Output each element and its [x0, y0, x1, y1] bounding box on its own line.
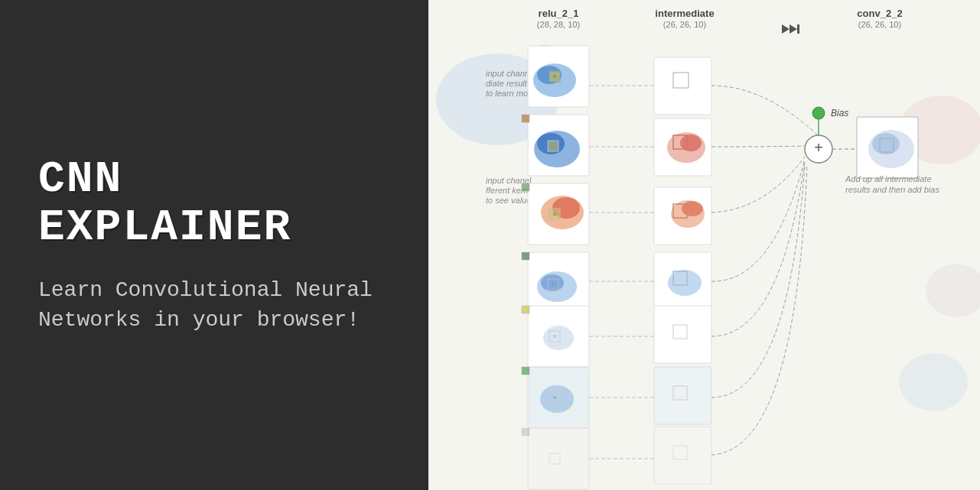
conv-layer-label: conv_2_2: [857, 8, 902, 19]
svg-point-3: [899, 353, 968, 411]
add-up-annotation-1: Add up all intermediate: [845, 174, 932, 183]
relu-layer-label: relu_2_1: [539, 8, 579, 19]
fast-forward-icon[interactable]: [782, 24, 799, 34]
conv-output-feature-map[interactable]: [857, 117, 918, 178]
intermediate-layer-label: intermediate: [655, 8, 714, 19]
intermediate-feature-map-6[interactable]: [654, 367, 711, 424]
svg-text:+: +: [814, 139, 823, 156]
left-panel: CNN Explainer Learn Convolutional Neural…: [0, 0, 428, 490]
right-panel: relu_2_1 (28, 28, 10) intermediate (26, …: [428, 0, 980, 490]
svg-rect-45: [528, 428, 589, 489]
intermediate-feature-map-5[interactable]: [654, 306, 711, 363]
svg-rect-18: [522, 115, 529, 122]
bias-node: [812, 107, 825, 119]
svg-rect-30: [522, 252, 529, 260]
svg-point-42: [540, 385, 574, 413]
add-up-annotation-2: results and then add bias: [845, 185, 939, 194]
network-visualization: relu_2_1 (28, 28, 10) intermediate (26, …: [428, 0, 980, 490]
svg-rect-61: [654, 306, 711, 363]
app-subtitle: Learn Convolutional Neural Networks in y…: [38, 275, 390, 335]
svg-point-79: [872, 133, 900, 154]
intermediate-feature-map-2[interactable]: [654, 118, 711, 176]
svg-rect-16: [553, 75, 556, 78]
svg-rect-65: [654, 427, 711, 484]
svg-point-2: [926, 264, 980, 317]
relu-layer-dims: (28, 28, 10): [537, 20, 580, 29]
app-title: CNN Explainer: [38, 155, 390, 253]
intermediate-feature-map-3[interactable]: [654, 187, 711, 245]
svg-point-37: [543, 326, 574, 350]
relu-feature-map-1[interactable]: [528, 46, 589, 107]
svg-rect-24: [522, 183, 529, 191]
intermediate-feature-map-4[interactable]: [654, 252, 711, 310]
svg-rect-46: [522, 428, 529, 436]
svg-rect-63: [654, 367, 711, 424]
intermediate-result-annotation: diate result: [486, 79, 528, 88]
relu-feature-map-2[interactable]: [522, 115, 589, 176]
svg-rect-48: [654, 57, 711, 115]
svg-marker-5: [790, 24, 797, 34]
svg-point-56: [682, 201, 703, 216]
intermediate-feature-map-7[interactable]: [654, 427, 711, 484]
relu-feature-map-4[interactable]: [522, 252, 589, 313]
svg-rect-22: [552, 144, 555, 148]
see-value-annotation: to see value!: [486, 196, 533, 205]
relu-feature-map-7[interactable]: [522, 428, 589, 489]
bias-label: Bias: [831, 108, 848, 118]
svg-rect-44: [553, 396, 556, 399]
relu-feature-map-3[interactable]: [522, 183, 589, 245]
svg-rect-36: [522, 306, 529, 313]
relu-feature-map-5[interactable]: [522, 306, 589, 367]
svg-rect-34: [552, 283, 555, 286]
svg-rect-28: [553, 213, 556, 216]
svg-rect-39: [553, 335, 556, 338]
intermediate-feature-map-1[interactable]: [654, 57, 711, 115]
svg-rect-6: [797, 24, 799, 34]
intermediate-layer-dims: (26, 26, 10): [663, 20, 706, 29]
relu-feature-map-6[interactable]: [522, 367, 589, 428]
svg-rect-41: [522, 367, 529, 375]
svg-marker-4: [782, 24, 790, 34]
conv-layer-dims: (26, 26, 10): [858, 20, 901, 29]
